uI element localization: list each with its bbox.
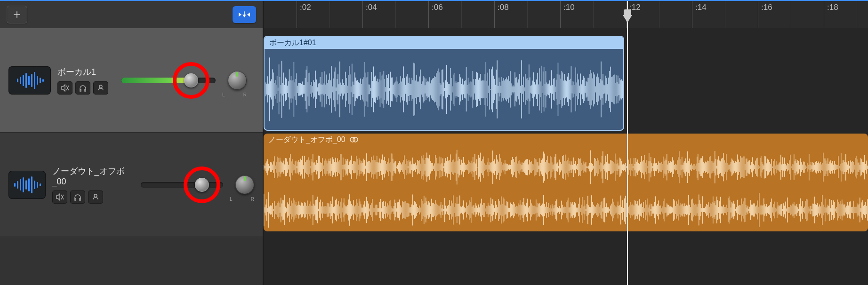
- svg-rect-1663: [841, 204, 842, 215]
- daw-workspace: ボーカル1 L R: [0, 0, 868, 285]
- playhead[interactable]: [627, 1, 628, 285]
- track-row[interactable]: ノーダウト_オフボ_00 L: [0, 133, 263, 237]
- track-name-label[interactable]: ボーカル1: [57, 66, 108, 78]
- mute-button[interactable]: [57, 81, 72, 95]
- svg-rect-1042: [860, 158, 861, 176]
- track-name-label[interactable]: ノーダウト_オフボ_00: [52, 166, 128, 187]
- svg-rect-441: [295, 161, 296, 173]
- volume-slider[interactable]: [121, 71, 216, 90]
- solo-button[interactable]: [75, 81, 90, 95]
- volume-thumb[interactable]: [184, 73, 198, 87]
- track-row[interactable]: ボーカル1 L R: [0, 28, 263, 133]
- svg-rect-910: [736, 162, 737, 172]
- track-filter-button[interactable]: [233, 6, 256, 23]
- svg-rect-190: [421, 84, 421, 95]
- audio-clip[interactable]: ノーダウト_オフボ_00: [264, 134, 868, 231]
- svg-rect-1156: [363, 205, 364, 215]
- svg-rect-119: [354, 72, 355, 106]
- clips-area[interactable]: ボーカル1#01 ノーダウト_オフボ_00: [264, 28, 868, 285]
- svg-rect-366: [586, 81, 586, 97]
- svg-rect-1575: [758, 207, 759, 214]
- svg-rect-434: [288, 165, 289, 169]
- svg-rect-694: [533, 164, 534, 170]
- svg-rect-1630: [810, 206, 811, 214]
- svg-rect-214: [443, 82, 444, 96]
- svg-rect-1192: [397, 202, 398, 217]
- svg-rect-1237: [440, 205, 441, 215]
- svg-rect-1235: [438, 206, 439, 214]
- ruler-tick-label: :06: [432, 3, 443, 12]
- svg-rect-231: [459, 74, 460, 105]
- svg-rect-417: [272, 165, 273, 170]
- svg-rect-213: [442, 69, 443, 109]
- svg-rect-272: [498, 86, 498, 93]
- clip-header[interactable]: ボーカル1#01: [265, 37, 623, 49]
- svg-rect-458: [311, 159, 312, 175]
- audio-clip[interactable]: ボーカル1#01: [264, 36, 624, 131]
- svg-rect-907: [733, 161, 734, 174]
- svg-rect-923: [748, 161, 749, 174]
- svg-rect-478: [330, 161, 330, 173]
- svg-rect-1114: [324, 206, 325, 214]
- playhead-handle-icon[interactable]: [623, 15, 632, 23]
- svg-rect-1668: [845, 207, 846, 213]
- svg-rect-728: [565, 155, 566, 180]
- svg-rect-1244: [446, 208, 447, 211]
- pan-knob[interactable]: [228, 71, 247, 90]
- svg-rect-1654: [832, 205, 833, 215]
- svg-rect-686: [525, 160, 526, 175]
- svg-rect-657: [498, 162, 499, 173]
- svg-rect-36: [277, 76, 277, 103]
- clip-header[interactable]: ノーダウト_オフボ_00: [264, 134, 868, 146]
- svg-rect-1606: [787, 198, 788, 222]
- svg-rect-1585: [767, 207, 768, 213]
- svg-rect-555: [402, 162, 403, 172]
- svg-rect-189: [420, 70, 420, 109]
- svg-rect-1169: [376, 204, 377, 215]
- add-track-button[interactable]: [7, 6, 27, 24]
- svg-rect-1014: [834, 161, 835, 174]
- volume-thumb[interactable]: [195, 178, 209, 192]
- svg-rect-1364: [559, 206, 560, 214]
- svg-rect-112: [348, 75, 348, 104]
- svg-rect-393: [611, 77, 611, 102]
- svg-rect-767: [602, 156, 603, 178]
- solo-button[interactable]: [70, 190, 85, 204]
- input-monitor-button[interactable]: [93, 81, 108, 95]
- svg-rect-1681: [858, 205, 859, 214]
- svg-rect-857: [686, 163, 687, 172]
- svg-rect-829: [660, 163, 661, 172]
- svg-rect-576: [422, 158, 423, 176]
- svg-rect-177: [409, 78, 409, 101]
- svg-rect-39: [280, 77, 280, 102]
- svg-rect-207: [437, 71, 437, 108]
- svg-rect-1530: [715, 205, 716, 214]
- svg-rect-66: [305, 78, 305, 101]
- svg-rect-1157: [364, 201, 365, 219]
- input-monitor-button[interactable]: [88, 190, 103, 204]
- svg-rect-178: [410, 84, 410, 95]
- svg-rect-337: [559, 75, 559, 104]
- svg-rect-1467: [656, 206, 657, 214]
- svg-rect-122: [357, 80, 358, 98]
- svg-rect-138: [372, 81, 373, 98]
- svg-rect-80: [318, 84, 318, 95]
- svg-rect-799: [632, 164, 633, 171]
- svg-rect-1284: [484, 203, 485, 217]
- svg-rect-1224: [427, 205, 428, 215]
- svg-rect-1038: [857, 159, 858, 175]
- svg-rect-512: [362, 161, 362, 174]
- svg-rect-343: [564, 74, 565, 105]
- svg-rect-711: [549, 163, 550, 171]
- svg-rect-1544: [729, 197, 730, 224]
- svg-rect-1354: [550, 205, 551, 214]
- svg-rect-881: [709, 157, 710, 177]
- mute-button[interactable]: [52, 190, 67, 204]
- svg-rect-1130: [339, 206, 340, 214]
- volume-slider[interactable]: [141, 175, 223, 194]
- timeline-area[interactable]: :02:04:06:08:10:12:14:16:18 ボーカル1#01 ノーダ…: [264, 1, 868, 285]
- pan-knob[interactable]: [235, 175, 254, 194]
- svg-rect-902: [729, 165, 730, 169]
- svg-rect-302: [526, 79, 526, 100]
- time-ruler[interactable]: :02:04:06:08:10:12:14:16:18: [264, 1, 868, 28]
